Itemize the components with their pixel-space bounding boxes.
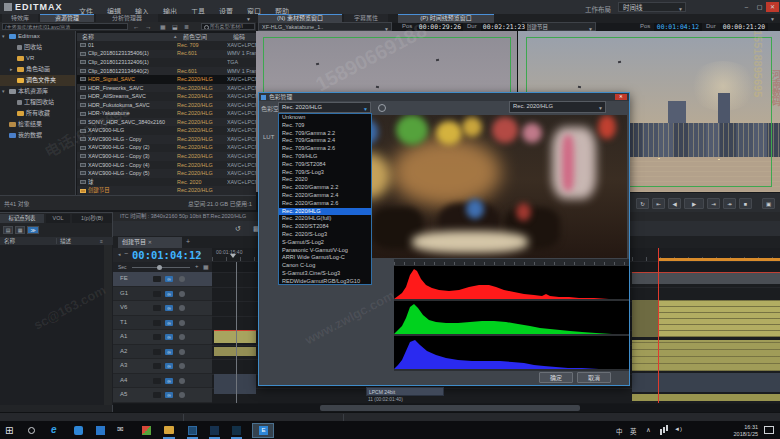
- timeline-clip[interactable]: [214, 330, 256, 343]
- fit-icon[interactable]: ▦: [203, 263, 209, 270]
- track-header[interactable]: A2∞: [113, 345, 212, 360]
- tree-item-animation[interactable]: 角色动画: [0, 64, 75, 75]
- mail-icon[interactable]: ✉: [117, 425, 124, 434]
- ok-button[interactable]: 确定: [539, 372, 573, 383]
- bin-row[interactable]: HDR_Fireworks_SAVCRec.2020/HLGXAVC+LPCM …: [77, 84, 256, 93]
- add-sequence-button[interactable]: +: [186, 238, 190, 245]
- edge-icon[interactable]: e: [51, 424, 57, 435]
- lock-icon[interactable]: [153, 276, 161, 282]
- track-header[interactable]: A4∞: [113, 374, 212, 389]
- in-out-range-bar[interactable]: [658, 258, 780, 261]
- app-icon[interactable]: [188, 426, 197, 435]
- visibility-icon[interactable]: [179, 320, 185, 326]
- colorspace-option[interactable]: Unknown: [279, 114, 371, 122]
- colorspace-option[interactable]: Rec. 709/Gamma 2.4: [279, 137, 371, 145]
- fullscreen-button[interactable]: ▣: [762, 198, 775, 209]
- lock-icon[interactable]: [153, 291, 161, 297]
- timeline-hscroll-thumb[interactable]: [320, 405, 580, 411]
- colorspace-option[interactable]: Rec. 2020/ST2084: [279, 223, 371, 231]
- source-clip-select[interactable]: XF-HLG_Yakatabune_1..▼: [258, 22, 392, 31]
- lock-icon[interactable]: [153, 392, 161, 398]
- visibility-icon[interactable]: [179, 378, 185, 384]
- app-icon[interactable]: [142, 426, 151, 435]
- audio-clip[interactable]: [214, 374, 256, 394]
- app-icon[interactable]: [210, 426, 219, 435]
- bin-row[interactable]: 01Rec. 709XAVC+LPCM 2: [77, 41, 256, 50]
- next-frame-button[interactable]: ⇥: [707, 198, 720, 209]
- volume-icon[interactable]: ◄): [674, 426, 682, 432]
- delete-marker-button[interactable]: ▦: [15, 226, 25, 234]
- visibility-icon[interactable]: [179, 363, 185, 369]
- fast-forward-button[interactable]: ↠: [723, 198, 736, 209]
- store-icon[interactable]: [74, 426, 83, 435]
- bin-row[interactable]: XAVC900-HLG - Copy (5)Rec.2020/HLGXAVC+L…: [77, 169, 256, 178]
- sync-lock-icon[interactable]: ∞: [165, 276, 173, 282]
- loop-button[interactable]: ↻: [636, 198, 649, 209]
- app-icon[interactable]: [232, 426, 241, 435]
- sequence-select[interactable]: 创建节目▼: [522, 22, 596, 31]
- tree-item-root[interactable]: Editmax: [0, 31, 75, 42]
- layout-select[interactable]: 时间线▼: [618, 2, 686, 12]
- timecode-decrement[interactable]: −: [124, 250, 128, 257]
- sync-lock-icon[interactable]: ∞: [165, 363, 173, 369]
- back-icon[interactable]: ←: [133, 23, 140, 31]
- forward-icon[interactable]: →: [145, 23, 152, 31]
- sync-lock-icon[interactable]: ∞: [165, 349, 173, 355]
- lock-icon[interactable]: [153, 320, 161, 326]
- tab-vol[interactable]: VOL: [46, 214, 70, 223]
- colorspace-option[interactable]: Rec. 709/Gamma 2.2: [279, 130, 371, 138]
- bin-address-input[interactable]: /主资源库/素材库/01.avc/高清: [2, 23, 128, 30]
- file-explorer-icon[interactable]: [164, 426, 174, 434]
- colorspace-option[interactable]: Rec. 2020: [279, 176, 371, 184]
- ime-lang-b[interactable]: 英: [630, 426, 637, 436]
- lock-icon[interactable]: [153, 378, 161, 384]
- colorspace-option[interactable]: ARRI Wide Gamut/Log-C: [279, 254, 371, 262]
- sync-lock-icon[interactable]: ∞: [165, 320, 173, 326]
- marker-range-select[interactable]: 1(p)秒(B): [72, 214, 112, 223]
- timeline-clip[interactable]: [632, 272, 780, 284]
- bin-row[interactable]: SONY_HDR_SAVC_3840x2160Rec.2020/HLGXAVC+…: [77, 118, 256, 127]
- bin-row[interactable]: Clip_20180123132406(1)TGA: [77, 58, 256, 67]
- close-icon[interactable]: ✕: [148, 239, 152, 245]
- track-header[interactable]: FE∞: [113, 272, 212, 287]
- sync-lock-icon[interactable]: ∞: [165, 305, 173, 311]
- bin-row[interactable]: XAVC900-HLGRec.2020/HLGXAVC+LPCM 2: [77, 126, 256, 135]
- marker-list-body[interactable]: [0, 245, 113, 405]
- maximize-button[interactable]: ▢: [753, 2, 766, 12]
- marker-col-name[interactable]: 名称: [4, 237, 15, 245]
- cancel-button[interactable]: 取消: [577, 372, 611, 383]
- search-input[interactable]: 所有类型/素材/I: [201, 23, 255, 30]
- search-icon[interactable]: [28, 427, 35, 434]
- bin-row-sequence[interactable]: 创建节目Rec.2020/HLG: [77, 186, 256, 195]
- colorspace-option[interactable]: Rec. 709/Gamma 2.6: [279, 145, 371, 153]
- track-header[interactable]: A1∞: [113, 330, 212, 345]
- bin-row[interactable]: Clip_20180123135406(1)Rec.601WMV 1 Frame: [77, 50, 256, 59]
- view-mode-icon[interactable]: ⬓: [172, 23, 178, 31]
- tree-item-search-results[interactable]: 检索结果: [0, 119, 75, 130]
- zoom-in-icon[interactable]: +: [195, 263, 199, 269]
- lock-icon[interactable]: [153, 334, 161, 340]
- sync-lock-icon[interactable]: ∞: [165, 378, 173, 384]
- timeline-clip[interactable]: [214, 347, 256, 356]
- colorspace-option[interactable]: Rec. 2020/S-Log3: [279, 231, 371, 239]
- playhead-line[interactable]: [658, 248, 659, 403]
- sync-lock-icon[interactable]: ∞: [165, 334, 173, 340]
- bin-row-selected[interactable]: HDR_Signal_SAVCRec.2020/HLGXAVC+LPCM 2: [77, 75, 256, 84]
- colorspace-option[interactable]: Canon C-Log: [279, 262, 371, 270]
- visibility-icon[interactable]: [179, 334, 185, 340]
- colorspace-option[interactable]: Rec. 2020/HLG(full): [279, 215, 371, 223]
- timeline-clip[interactable]: [632, 394, 780, 401]
- tree-item-recycle[interactable]: 回收站: [0, 42, 75, 53]
- visibility-icon[interactable]: [179, 291, 185, 297]
- column-colorspace[interactable]: 颜色空间: [183, 33, 231, 41]
- colorspace-option[interactable]: Rec. 709/S-Log3: [279, 169, 371, 177]
- timeline-clip-video[interactable]: [632, 340, 780, 371]
- bin-row[interactable]: HDR_AllStreams_SAVCRec.2020/HLGXAVC+LPCM…: [77, 92, 256, 101]
- tree-item-project-recycle[interactable]: 工程回收站: [0, 97, 75, 108]
- colorspace-option[interactable]: Rec. 709: [279, 122, 371, 130]
- capture-icon[interactable]: ▦: [160, 23, 166, 31]
- audio-clip[interactable]: [632, 373, 780, 392]
- clock[interactable]: 16:31 2018/1/25: [702, 424, 758, 437]
- visibility-icon[interactable]: [179, 305, 185, 311]
- tab-marker-list[interactable]: 标记点列表: [0, 214, 44, 223]
